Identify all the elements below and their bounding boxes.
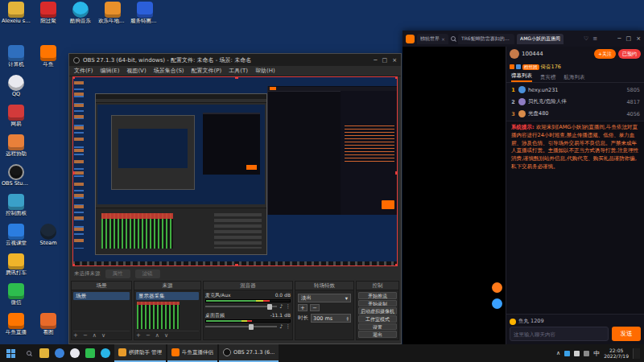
send-button[interactable]: 发送 <box>612 327 641 341</box>
desktop-icon-obs[interactable]: OBS Studio <box>2 164 31 187</box>
menu-view[interactable]: 视图(V) <box>126 67 146 75</box>
search-icon[interactable] <box>451 36 456 41</box>
tab-fleet-list[interactable]: 航海列表 <box>564 74 585 81</box>
transition-select[interactable]: 淡出 ▾ <box>298 294 351 302</box>
settings-button[interactable]: 设置 <box>358 323 397 331</box>
close-button[interactable]: × <box>392 57 397 64</box>
volume-slider[interactable] <box>205 306 277 307</box>
properties-button[interactable]: 属性 <box>105 269 130 278</box>
tab-danmaku[interactable]: 弹幕列表 <box>511 72 532 82</box>
obs-titlebar[interactable]: OBS 27.1.3 (64-bit, windows) - 配置文件: 未命名… <box>69 54 401 66</box>
resize-handle[interactable] <box>395 76 398 79</box>
menu-file[interactable]: 文件(F) <box>74 67 93 75</box>
menu-icon[interactable]: ≡ <box>592 35 597 42</box>
chat-input[interactable] <box>510 327 609 341</box>
desktop-icon-steam[interactable]: Steam <box>34 224 63 246</box>
tray-expand-icon[interactable]: ∧ <box>556 350 560 356</box>
menu-profile[interactable]: 配置文件(P) <box>192 67 222 75</box>
maximize-button[interactable]: □ <box>382 57 388 64</box>
volume-slider[interactable] <box>205 326 277 327</box>
close-button[interactable]: × <box>636 35 641 42</box>
spin-down-icon[interactable]: ▾ <box>346 319 349 321</box>
duration-spinner[interactable]: 300 ms ▴▾ <box>311 314 351 323</box>
add-transition-icon[interactable]: + <box>298 304 308 311</box>
browser-tabbar[interactable]: 独轮世界 × TR6貂蝉防雷寡妇的直播间 AMG小妖的直播间 ♡ ≡ ─ □ × <box>402 31 644 47</box>
taskbar-folder-button[interactable] <box>36 344 52 362</box>
resize-handle[interactable] <box>235 264 238 266</box>
resize-handle[interactable] <box>395 264 398 266</box>
streamer-avatar[interactable] <box>510 49 519 59</box>
move-down-icon[interactable]: ∨ <box>164 332 168 339</box>
minimize-button[interactable]: ─ <box>374 57 377 64</box>
desktop-icon-remote[interactable]: 远程协助 <box>2 134 31 157</box>
rank-row[interactable]: 2 贝扎克/危险人伴 4817 <box>506 96 644 108</box>
move-down-icon[interactable]: ∨ <box>101 332 105 339</box>
browser-tab-2[interactable]: TR6貂蝉防雷寡妇的直播间 <box>458 34 514 44</box>
add-scene-icon[interactable]: + <box>73 332 78 339</box>
menu-edit[interactable]: 编辑(E) <box>101 67 120 75</box>
menu-help[interactable]: 帮助(H) <box>255 67 275 75</box>
mixer-options-icon[interactable]: ⋮ <box>286 303 291 310</box>
menu-tools[interactable]: 工具(T) <box>229 67 248 75</box>
douyu-logo-icon[interactable] <box>406 35 415 43</box>
filters-button[interactable]: 滤镜 <box>135 269 160 278</box>
rank-row[interactable]: 1 hexy.un231 5805 <box>506 84 644 96</box>
desktop-icon-service[interactable]: 服务特惠官方 <box>130 2 159 24</box>
exit-button[interactable]: 退出 <box>358 331 397 338</box>
taskbar-wechat-button[interactable] <box>82 344 97 362</box>
desktop-icon-netease[interactable]: 网易 <box>2 105 31 127</box>
resize-handle[interactable] <box>72 264 75 266</box>
chat-message-area[interactable] <box>506 174 644 315</box>
ime-indicator[interactable]: 中 <box>593 349 600 358</box>
scene-item[interactable]: 场景 <box>73 292 130 300</box>
desktop-icon-qq[interactable]: QQ <box>2 75 31 97</box>
maximize-button[interactable]: □ <box>626 35 632 42</box>
taskbar-task-obs[interactable]: OBS 27.1.3 (6... <box>219 344 279 362</box>
desktop-icon-classroom[interactable]: 云视课堂 <box>2 224 31 246</box>
mute-icon[interactable]: ♪ <box>279 323 283 330</box>
desktop-icon-wechat[interactable]: 微信 <box>2 283 31 306</box>
clock[interactable]: 22:05 2022/7/19 <box>604 348 629 360</box>
tray-network-icon[interactable] <box>584 351 589 356</box>
move-up-icon[interactable]: ∧ <box>93 332 97 339</box>
obs-preview[interactable] <box>72 76 398 266</box>
reserve-button[interactable]: 已预约 <box>618 49 641 59</box>
desktop-icon-user-folder[interactable]: Alexeiu sh.. <box>2 2 31 24</box>
recharge-button[interactable] <box>492 282 502 293</box>
resize-handle[interactable] <box>235 76 238 79</box>
desktop-icon-computer[interactable]: 计算机 <box>2 45 31 68</box>
remove-scene-icon[interactable]: − <box>83 332 88 339</box>
taskbar-browser-button[interactable] <box>52 344 67 362</box>
taskbar-task-douyu-companion[interactable]: 斗鱼直播伴侣 <box>167 344 217 362</box>
close-tab-icon[interactable]: × <box>441 36 445 42</box>
desktop-icon-app-red[interactable]: 阳过聚 <box>34 2 63 24</box>
browser-tab-3-active[interactable]: AMG小妖的直播间 <box>517 34 564 44</box>
favorite-icon[interactable]: ♡ <box>584 35 588 42</box>
move-up-icon[interactable]: ∧ <box>155 332 159 339</box>
gift-button[interactable] <box>492 298 502 309</box>
desktop-icon-control-panel[interactable]: 控制面板 <box>2 194 31 216</box>
browser-tab-1[interactable]: 独轮世界 × <box>417 34 448 44</box>
studio-mode-button[interactable]: 工作室模式 <box>358 315 397 323</box>
tray-qq-icon[interactable] <box>564 351 570 356</box>
resize-handle[interactable] <box>72 171 75 175</box>
desktop-icon-taxi[interactable]: 腾讯打车 <box>2 253 31 276</box>
desktop-icon-douyu-2[interactable]: 斗鱼 <box>34 45 63 68</box>
desktop-icon-viewer[interactable]: 看图 <box>34 313 63 335</box>
taskbar-search-button[interactable] <box>21 344 36 362</box>
tab-vip-rank[interactable]: 贵宾榜 <box>540 74 556 81</box>
follow-button[interactable]: +关注 <box>594 49 616 59</box>
start-streaming-button[interactable]: 开始推流 <box>358 292 397 299</box>
taskbar-kugou-button[interactable] <box>97 344 113 362</box>
remove-transition-icon[interactable]: − <box>310 304 320 311</box>
minimize-button[interactable]: ─ <box>617 35 621 42</box>
video-player[interactable] <box>402 47 506 344</box>
mixer-options-icon[interactable]: ⋮ <box>286 323 291 330</box>
desktop-icon-game[interactable]: 欢乐斗地主《 <box>98 2 127 24</box>
add-source-icon[interactable]: + <box>136 332 141 339</box>
action-center-icon[interactable] <box>633 348 640 359</box>
rank-row[interactable]: 3 光盘480 4056 <box>506 108 644 120</box>
resize-handle[interactable] <box>72 76 75 79</box>
taskbar-task-assistant[interactable]: 棋牌助手 管理 <box>114 344 166 362</box>
start-recording-button[interactable]: 开始录制 <box>358 300 397 307</box>
